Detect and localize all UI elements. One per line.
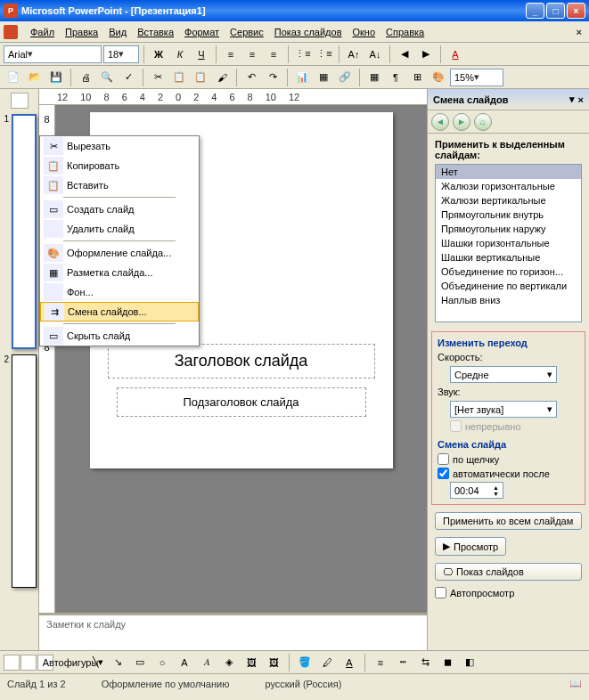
chart-button[interactable]: 📊 [292, 68, 312, 87]
nav-home-button[interactable]: ⌂ [474, 113, 492, 131]
zoom-combo[interactable]: 15%▾ [450, 69, 503, 86]
close-button[interactable]: × [567, 3, 585, 19]
slide-subtitle-placeholder[interactable]: Подзаголовок слайда [117, 387, 366, 417]
nav-back-button[interactable]: ◄ [431, 113, 449, 131]
dash-style-tool[interactable]: ┅ [393, 653, 413, 672]
sound-select[interactable]: [Нет звука]▾ [450, 401, 557, 418]
font-color-tool[interactable]: A [339, 653, 359, 672]
slide-title-placeholder[interactable]: Заголовок слайда [108, 344, 375, 378]
menu-edit[interactable]: Правка [60, 25, 103, 39]
cut-button[interactable]: ✂ [148, 68, 168, 87]
autoshapes-button[interactable]: Автофигуры ▾ [63, 653, 83, 672]
tables-borders-button[interactable]: ▦ [364, 68, 384, 87]
apply-all-button[interactable]: Применить ко всем слайдам [435, 512, 582, 530]
italic-button[interactable]: К [170, 45, 190, 64]
increase-font-button[interactable]: A↑ [344, 45, 364, 64]
textbox-tool[interactable]: A [175, 653, 194, 672]
format-painter-button[interactable]: 🖌 [212, 68, 232, 87]
ctx-new-slide[interactable]: ▭Создать слайд [40, 199, 199, 219]
mdi-close-button[interactable]: × [573, 27, 585, 37]
hyperlink-button[interactable]: 🔗 [335, 68, 355, 87]
transition-item[interactable]: Объединение по вертикали [436, 279, 581, 293]
open-button[interactable]: 📂 [25, 68, 45, 87]
minimize-button[interactable]: _ [526, 3, 544, 19]
copy-button[interactable]: 📋 [169, 68, 189, 87]
align-left-button[interactable]: ≡ [221, 45, 241, 64]
numbering-button[interactable]: ⋮≡ [293, 45, 313, 64]
bullets-button[interactable]: ⋮≡ [315, 45, 334, 64]
maximize-button[interactable]: □ [546, 3, 565, 19]
font-name-combo[interactable]: Arial▾ [4, 45, 102, 63]
clipart-tool[interactable]: 🖼 [241, 653, 261, 672]
grid-button[interactable]: ⊞ [407, 68, 427, 87]
menu-slideshow[interactable]: Показ слайдов [269, 25, 348, 39]
ctx-delete-slide[interactable]: Удалить слайд [40, 219, 199, 239]
outline-tab[interactable] [11, 93, 29, 109]
ctx-copy[interactable]: 📋Копировать [40, 156, 199, 175]
play-button[interactable]: ▶ Просмотр [435, 537, 506, 556]
notes-pane[interactable]: Заметки к слайду [39, 613, 427, 650]
transition-item[interactable]: Наплыв вниз [436, 293, 581, 307]
ctx-design[interactable]: 🎨Оформление слайда... [40, 243, 199, 263]
spell-button[interactable]: ✓ [119, 68, 138, 87]
color-button[interactable]: 🎨 [429, 68, 448, 87]
menu-help[interactable]: Справка [380, 25, 429, 39]
transition-item[interactable]: Шашки горизонтальные [436, 236, 581, 250]
autopreview-checkbox[interactable] [435, 587, 446, 598]
menu-insert[interactable]: Вставка [132, 25, 179, 39]
table-button[interactable]: ▦ [314, 68, 333, 87]
speed-select[interactable]: Средне▾ [450, 366, 557, 383]
transition-item[interactable]: Жалюзи горизонтальные [436, 179, 581, 193]
preview-button[interactable]: 🔍 [97, 68, 117, 87]
font-color-button[interactable]: A [446, 45, 465, 64]
fill-color-tool[interactable]: 🪣 [295, 653, 315, 672]
align-right-button[interactable]: ≡ [264, 45, 283, 64]
underline-button[interactable]: Ч [192, 45, 211, 64]
save-button[interactable]: 💾 [46, 68, 66, 87]
show-formatting-button[interactable]: ¶ [386, 68, 405, 87]
normal-view-button[interactable] [4, 655, 20, 671]
3d-tool[interactable]: ◧ [460, 653, 479, 672]
menu-format[interactable]: Формат [179, 25, 225, 39]
transition-item[interactable]: Прямоугольник внутрь [436, 208, 581, 222]
ctx-cut[interactable]: ✂Вырезать [40, 136, 199, 156]
transition-item[interactable]: Объединение по горизон... [436, 265, 581, 279]
align-center-button[interactable]: ≡ [242, 45, 262, 64]
line-style-tool[interactable]: ≡ [371, 653, 390, 672]
decrease-font-button[interactable]: A↓ [365, 45, 385, 64]
ctx-paste[interactable]: 📋Вставить [40, 175, 199, 195]
new-button[interactable]: 📄 [4, 68, 23, 87]
menu-tools[interactable]: Сервис [225, 25, 269, 39]
paste-button[interactable]: 📋 [191, 68, 210, 87]
nav-forward-button[interactable]: ► [453, 113, 470, 131]
ctx-layout[interactable]: ▦Разметка слайда... [40, 263, 199, 282]
transitions-list[interactable]: Нет Жалюзи горизонтальные Жалюзи вертика… [435, 164, 582, 322]
taskpane-dropdown[interactable]: ▾ [569, 94, 575, 105]
print-button[interactable]: 🖨 [76, 68, 95, 87]
transition-item[interactable]: Жалюзи вертикальные [436, 193, 581, 208]
bold-button[interactable]: Ж [149, 45, 168, 64]
line-tool[interactable]: ╲ [86, 653, 105, 672]
increase-indent-button[interactable]: ▶ [416, 45, 436, 64]
arrow-tool[interactable]: ↘ [108, 653, 127, 672]
thumbnail-2[interactable]: 2 [2, 354, 37, 588]
oval-tool[interactable]: ○ [152, 653, 172, 672]
ctx-transition[interactable]: ⇉Смена слайдов... [40, 302, 199, 322]
line-color-tool[interactable]: 🖊 [317, 653, 337, 672]
diagram-tool[interactable]: ◈ [219, 653, 239, 672]
ctx-background[interactable]: Фон... [40, 282, 199, 302]
wordart-tool[interactable]: 𝐴 [197, 653, 217, 672]
ctx-hide[interactable]: ▭Скрыть слайд [40, 326, 199, 346]
font-size-combo[interactable]: 18▾ [103, 45, 139, 63]
taskpane-close-button[interactable]: × [578, 94, 584, 105]
transition-none[interactable]: Нет [436, 165, 581, 179]
rect-tool[interactable]: ▭ [130, 653, 150, 672]
menu-window[interactable]: Окно [348, 25, 381, 39]
status-book-icon[interactable]: 📖 [569, 678, 582, 689]
auto-time-spinner[interactable]: 00:04▲▼ [450, 482, 503, 499]
arrow-style-tool[interactable]: ⇆ [415, 653, 435, 672]
transition-item[interactable]: Прямоугольник наружу [436, 222, 581, 236]
picture-tool[interactable]: 🖼 [264, 653, 283, 672]
onclick-checkbox[interactable] [438, 453, 449, 465]
sorter-view-button[interactable] [20, 655, 37, 671]
